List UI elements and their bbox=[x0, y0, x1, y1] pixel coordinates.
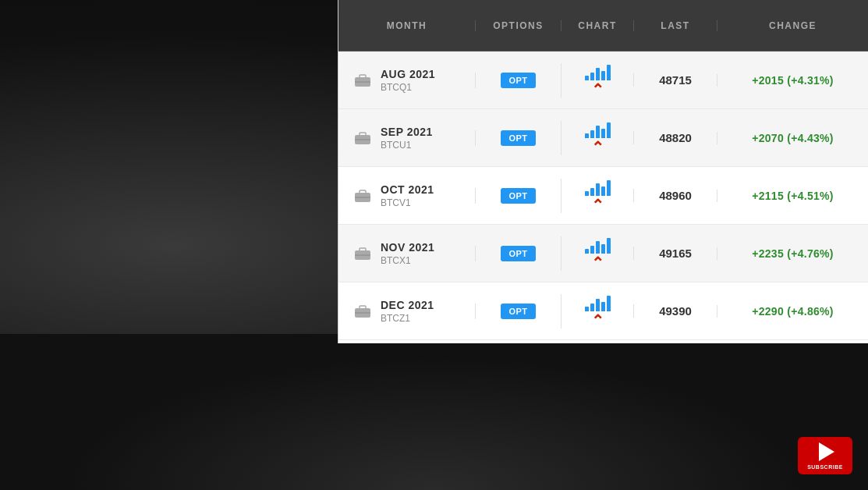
table-row: SEP 2021 BTCU1 OPT ⌃ 48820 +2070 (+4.43%… bbox=[338, 109, 868, 167]
svg-rect-13 bbox=[360, 306, 366, 309]
month-label: AUG 2021 bbox=[381, 68, 435, 80]
bar bbox=[601, 129, 605, 138]
header-change: CHANGE bbox=[717, 20, 868, 31]
bar bbox=[590, 73, 594, 80]
briefcase-icon bbox=[354, 131, 371, 145]
bar bbox=[607, 180, 611, 196]
month-cell: SEP 2021 BTCU1 bbox=[338, 126, 475, 151]
bar bbox=[596, 299, 600, 311]
bar bbox=[607, 296, 611, 311]
options-cell[interactable]: OPT bbox=[475, 246, 561, 261]
month-info: AUG 2021 BTCQ1 bbox=[381, 68, 435, 93]
table-header: MONTH OPTIONS CHART LAST CHANGE bbox=[338, 0, 868, 51]
month-label: SEP 2021 bbox=[381, 126, 433, 138]
bar bbox=[590, 304, 594, 311]
header-chart: CHART bbox=[561, 20, 633, 31]
last-price: 48960 bbox=[633, 189, 717, 202]
bar bbox=[590, 246, 594, 254]
month-cell: AUG 2021 BTCQ1 bbox=[338, 68, 475, 93]
briefcase-icon bbox=[354, 189, 371, 203]
bar bbox=[601, 71, 605, 80]
month-info: DEC 2021 BTCZ1 bbox=[381, 299, 434, 324]
last-price: 49165 bbox=[633, 247, 717, 260]
bar bbox=[596, 68, 600, 80]
change-value: +2115 (+4.51%) bbox=[717, 190, 868, 202]
opt-badge[interactable]: OPT bbox=[501, 246, 535, 261]
bar-chart-icon bbox=[585, 121, 611, 138]
bar-chart-icon bbox=[585, 63, 611, 80]
bar bbox=[607, 65, 611, 80]
caret-up-icon: ⌃ bbox=[591, 313, 604, 328]
last-price: 48820 bbox=[633, 131, 717, 144]
table-row: OCT 2021 BTCV1 OPT ⌃ 48960 +2115 (+4.51%… bbox=[338, 167, 868, 225]
bar bbox=[601, 244, 605, 254]
bar bbox=[585, 307, 589, 311]
subscribe-label: SUBSCRIBE bbox=[807, 464, 843, 470]
bar bbox=[596, 183, 600, 196]
svg-rect-1 bbox=[360, 75, 366, 78]
bar-chart-icon bbox=[585, 294, 611, 311]
bar-chart-icon bbox=[585, 179, 611, 196]
bar bbox=[601, 186, 605, 196]
briefcase-icon bbox=[354, 304, 371, 318]
bar-chart-icon bbox=[585, 236, 611, 254]
month-label: OCT 2021 bbox=[381, 183, 434, 196]
last-price: 48715 bbox=[633, 73, 717, 87]
bar bbox=[596, 126, 600, 138]
briefcase-icon bbox=[354, 247, 371, 261]
chart-cell[interactable]: ⌃ bbox=[561, 63, 633, 98]
month-info: SEP 2021 BTCU1 bbox=[381, 126, 433, 151]
opt-badge[interactable]: OPT bbox=[501, 304, 535, 319]
floor-area bbox=[0, 334, 868, 490]
bar bbox=[590, 188, 594, 196]
options-cell[interactable]: OPT bbox=[475, 73, 561, 88]
caret-up-icon: ⌃ bbox=[591, 255, 604, 271]
options-cell[interactable]: OPT bbox=[475, 304, 561, 319]
futures-table: MONTH OPTIONS CHART LAST CHANGE AUG 2021… bbox=[338, 0, 868, 343]
month-label: DEC 2021 bbox=[381, 299, 434, 311]
bar bbox=[585, 76, 589, 80]
change-value: +2235 (+4.76%) bbox=[717, 247, 868, 260]
play-icon bbox=[819, 442, 834, 461]
options-cell[interactable]: OPT bbox=[475, 130, 561, 146]
change-value: +2070 (+4.43%) bbox=[717, 132, 868, 144]
month-cell: NOV 2021 BTCX1 bbox=[338, 241, 475, 266]
bar bbox=[607, 123, 611, 138]
table-row: NOV 2021 BTCX1 OPT ⌃ 49165 +2235 (+4.76%… bbox=[338, 225, 868, 282]
change-value: +2290 (+4.86%) bbox=[717, 305, 868, 318]
opt-badge[interactable]: OPT bbox=[501, 130, 535, 146]
header-last: LAST bbox=[633, 20, 717, 31]
ticker-label: BTCQ1 bbox=[381, 82, 435, 93]
chart-cell[interactable]: ⌃ bbox=[561, 294, 633, 328]
svg-rect-4 bbox=[360, 133, 366, 136]
bar bbox=[585, 133, 589, 138]
caret-up-icon: ⌃ bbox=[591, 197, 604, 213]
bar bbox=[585, 191, 589, 196]
header-month: MONTH bbox=[338, 20, 475, 31]
options-cell[interactable]: OPT bbox=[475, 188, 561, 204]
svg-rect-10 bbox=[360, 248, 366, 251]
bar bbox=[590, 130, 594, 138]
bar bbox=[585, 249, 589, 254]
caret-up-icon: ⌃ bbox=[591, 140, 604, 155]
table-row: AUG 2021 BTCQ1 OPT ⌃ 48715 +2015 (+4.31%… bbox=[338, 51, 868, 109]
month-info: NOV 2021 BTCX1 bbox=[381, 241, 434, 266]
briefcase-icon bbox=[354, 73, 371, 87]
svg-rect-7 bbox=[360, 190, 366, 194]
opt-badge[interactable]: OPT bbox=[501, 188, 535, 204]
month-cell: DEC 2021 BTCZ1 bbox=[338, 299, 475, 324]
chart-cell[interactable]: ⌃ bbox=[561, 121, 633, 155]
header-options: OPTIONS bbox=[475, 20, 561, 31]
last-price: 49390 bbox=[633, 304, 717, 318]
month-info: OCT 2021 BTCV1 bbox=[381, 183, 434, 208]
subscribe-button[interactable]: SUBSCRIBE bbox=[798, 437, 852, 474]
chart-cell[interactable]: ⌃ bbox=[561, 236, 633, 271]
ticker-label: BTCU1 bbox=[381, 140, 433, 151]
opt-badge[interactable]: OPT bbox=[501, 73, 535, 88]
bar bbox=[601, 302, 605, 311]
month-label: NOV 2021 bbox=[381, 241, 434, 254]
chart-cell[interactable]: ⌃ bbox=[561, 179, 633, 213]
table-row: DEC 2021 BTCZ1 OPT ⌃ 49390 +2290 (+4.86%… bbox=[338, 282, 868, 340]
ticker-label: BTCZ1 bbox=[381, 313, 434, 324]
ticker-label: BTCV1 bbox=[381, 197, 434, 208]
